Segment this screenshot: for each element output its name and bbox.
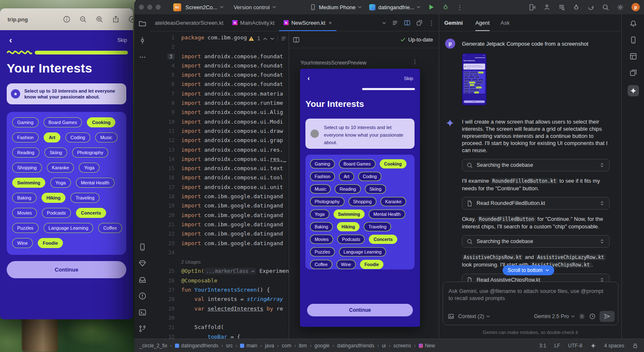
more-actions-icon[interactable]: ⋮ [456, 4, 463, 10]
code-line[interactable]: topBar = { [181, 332, 289, 339]
info-icon[interactable] [63, 16, 70, 23]
line-number[interactable]: 30 [150, 313, 175, 323]
code-line[interactable]: import androidx.compose.ui.res._ [181, 155, 289, 164]
line-number[interactable]: 10 [150, 117, 175, 127]
gemini-input[interactable]: Ask Gemini, use @filename to attach sour… [443, 282, 618, 325]
screenshot-attachment[interactable]: ‹ Skip Your Interests Select up to 10 in… [462, 53, 487, 106]
resource-manager-icon[interactable] [629, 69, 637, 77]
tool-call-row[interactable]: Searching the codebase [462, 159, 610, 171]
line-number[interactable]: 11 [150, 127, 175, 136]
project-icon[interactable] [138, 20, 146, 28]
code-line[interactable]: import com.ibm.google.datingand [181, 211, 289, 220]
device-selector[interactable]: Medium Phone [310, 4, 362, 10]
code-line[interactable]: import com.ibm.google.datingand [181, 192, 289, 201]
project-selector[interactable]: Screen2Co... [185, 4, 224, 10]
code-line[interactable]: import androidx.compose.ui.res. [181, 145, 289, 155]
gemini-icon[interactable] [628, 85, 639, 96]
editor-layout-icon[interactable] [293, 36, 300, 43]
tool-call-row[interactable]: Searching the codebase [462, 235, 610, 248]
context-selector[interactable]: Context (2) [458, 313, 490, 319]
line-number[interactable]: 20 [150, 211, 175, 220]
window-minimize-button[interactable] [147, 5, 152, 10]
tab-agent[interactable]: Agent [475, 14, 490, 31]
line-number[interactable]: 26 [150, 276, 175, 285]
line-number[interactable]: 17 [150, 183, 175, 192]
tab-mainactivity[interactable]: KMainActivity.kt [228, 14, 279, 31]
code-line[interactable]: import androidx.compose.foundat [181, 52, 289, 61]
code-line[interactable]: import androidx.compose.ui.unit [181, 183, 289, 192]
code-line[interactable]: import androidx.compose.foundat [181, 70, 289, 80]
line-number[interactable]: 4 [150, 61, 175, 70]
run-config-selector[interactable]: datingandfrie... [369, 4, 420, 10]
breadcrumb-item[interactable]: java [265, 343, 274, 349]
preview-name[interactable]: YourInterestsScreenPreview [300, 60, 366, 66]
breadcrumb-item[interactable]: datingandfriends [175, 343, 219, 349]
code-line[interactable]: import com.ibm.google.datingand [181, 229, 289, 238]
breadcrumb-item[interactable]: ui [382, 343, 386, 349]
ai-status-icon[interactable] [590, 343, 596, 349]
inspection-widget[interactable]: 1 [247, 34, 288, 43]
line-number[interactable]: 25 [150, 267, 175, 276]
layout-inspector-icon[interactable] [629, 52, 637, 60]
tab-ask[interactable]: Ask [501, 14, 510, 31]
markup-icon[interactable] [128, 16, 133, 23]
breadcrumb-item[interactable]: ibm [299, 343, 307, 349]
line-number[interactable]: 7 [150, 89, 175, 98]
code-line[interactable] [181, 313, 289, 323]
code-line[interactable]: import androidx.compose.ui.draw [181, 127, 289, 136]
breadcrumb-item[interactable]: screens [394, 343, 411, 349]
code-line[interactable]: import androidx.compose.ui.Modi [181, 117, 289, 127]
line-number[interactable]: 9 [150, 108, 175, 117]
line-number[interactable]: 14 [150, 155, 175, 164]
preview-menu-icon[interactable]: ⋮ [412, 58, 418, 65]
logcat-icon[interactable] [558, 4, 565, 11]
window-close-button[interactable] [139, 5, 144, 10]
line-number[interactable]: 15 [150, 164, 175, 173]
line-number[interactable]: 18 [150, 192, 175, 201]
editor-gutter[interactable]: 1234567891011121314151617181920212223242… [150, 33, 175, 339]
window-zoom-button[interactable] [156, 5, 161, 10]
code-line[interactable]: import androidx.compose.ui.Alig [181, 108, 289, 117]
line-number[interactable]: 22 [150, 229, 175, 238]
line-number[interactable]: 16 [150, 173, 175, 182]
structure-view-icon[interactable] [392, 20, 398, 26]
build-icon[interactable] [138, 276, 146, 284]
code-editor[interactable]: 1234567891011121314151617181920212223242… [150, 31, 289, 339]
warning-count[interactable]: 1 [257, 36, 260, 41]
code-line[interactable]: @Composable [181, 276, 289, 285]
breadcrumb-item[interactable]: src [226, 343, 232, 349]
history-icon[interactable] [589, 313, 596, 320]
terminal-icon[interactable] [138, 308, 146, 316]
code-line[interactable] [181, 248, 289, 257]
line-number[interactable]: 29 [150, 304, 175, 313]
caret-position[interactable]: 3:1 [539, 343, 546, 349]
debug-button[interactable] [442, 4, 449, 10]
detach-editor-icon[interactable] [416, 20, 422, 26]
breadcrumb-item[interactable]: New [419, 343, 435, 349]
share-icon[interactable] [112, 16, 120, 23]
next-issue-icon[interactable] [270, 37, 274, 40]
code-line[interactable]: import androidx.compose.ui.grap [181, 136, 289, 145]
expand-icon[interactable] [599, 200, 605, 206]
code-line[interactable]: fun YourInterestsScreen() { [181, 285, 289, 295]
code-area[interactable]: package com.ibm.googlimport androidx.com… [181, 33, 289, 339]
user-avatar[interactable]: p [631, 3, 640, 11]
line-number[interactable]: 3 [150, 52, 175, 61]
code-line[interactable]: import androidx.compose.foundat [181, 80, 289, 89]
tab-options-icon[interactable]: ⋮ [428, 20, 435, 26]
model-selector[interactable]: Gemini 2.5 Pro [534, 313, 575, 319]
expand-icon[interactable] [599, 238, 605, 244]
file-encoding[interactable]: UTF-8 [568, 343, 582, 349]
line-number[interactable]: 27 [150, 285, 175, 295]
line-number[interactable]: 12 [150, 136, 175, 145]
line-number[interactable]: 8 [150, 98, 175, 108]
settings-icon[interactable] [617, 4, 624, 11]
gemini-settings-icon[interactable] [579, 313, 585, 320]
code-line[interactable]: import androidx.compose.foundat [181, 61, 289, 70]
indent-setting[interactable]: 4 spaces [604, 343, 624, 349]
line-number[interactable]: 1 [150, 33, 175, 42]
line-number[interactable]: 24 [150, 248, 175, 257]
code-line[interactable]: import com.ibm.google.datingand [181, 220, 289, 229]
code-line[interactable]: import com.ibm.google.datingand [181, 201, 289, 210]
split-editor-icon[interactable] [404, 20, 410, 26]
